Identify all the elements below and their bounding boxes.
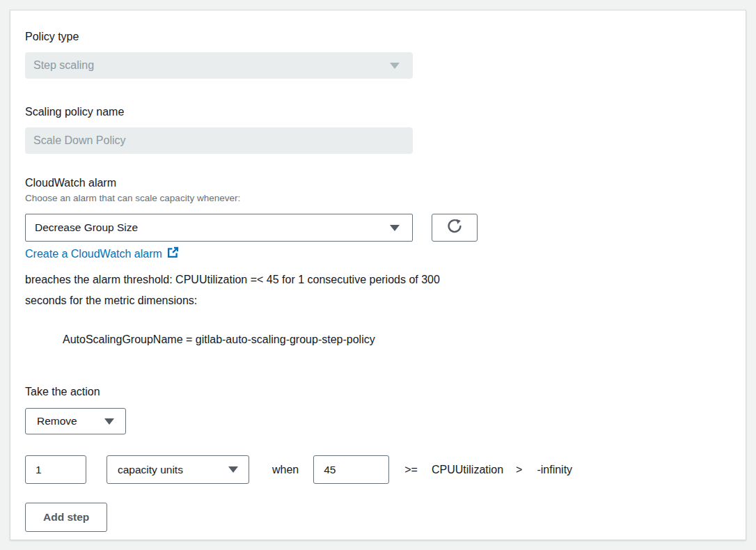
chevron-down-icon xyxy=(390,63,400,69)
chevron-down-icon xyxy=(228,466,238,473)
when-label: when xyxy=(272,464,299,476)
cloudwatch-alarm-label: CloudWatch alarm xyxy=(25,177,746,189)
chevron-down-icon xyxy=(390,225,400,231)
policy-type-label: Policy type xyxy=(25,31,746,43)
lower-bound-operator: > xyxy=(516,464,522,476)
policy-name-value: Scale Down Policy xyxy=(33,134,126,147)
policy-type-value: Step scaling xyxy=(33,59,94,72)
refresh-alarms-button[interactable] xyxy=(432,214,478,242)
alarm-dimension: AutoScalingGroupName = gitlab-auto-scali… xyxy=(63,333,746,346)
alarm-breach-description: breaches the alarm threshold: CPUUtiliza… xyxy=(25,269,746,311)
action-type-value: Remove xyxy=(37,415,77,427)
step-amount-input[interactable] xyxy=(25,455,86,484)
external-link-icon xyxy=(167,246,179,261)
step-threshold-input[interactable] xyxy=(313,455,389,484)
policy-name-input: Scale Down Policy xyxy=(25,127,413,154)
take-action-label: Take the action xyxy=(25,386,746,398)
alarm-select-value: Decrease Group Size xyxy=(35,221,138,234)
metric-name: CPUUtilization xyxy=(432,464,503,476)
chevron-down-icon xyxy=(104,418,114,425)
cloudwatch-alarm-hint: Choose an alarm that can scale capacity … xyxy=(25,193,746,203)
lower-bound-value: -infinity xyxy=(537,464,572,476)
alarm-select[interactable]: Decrease Group Size xyxy=(25,214,413,242)
scaling-step-row: capacity units when >= CPUUtilization > … xyxy=(25,455,746,484)
policy-name-label: Scaling policy name xyxy=(25,106,746,118)
alarm-breach-line1: breaches the alarm threshold: CPUUtiliza… xyxy=(25,269,746,290)
step-scaling-policy-panel: Policy type Step scaling Scaling policy … xyxy=(10,10,746,540)
policy-type-select: Step scaling xyxy=(25,52,413,79)
create-cloudwatch-alarm-link[interactable]: Create a CloudWatch alarm xyxy=(25,248,162,260)
step-unit-value: capacity units xyxy=(118,464,183,476)
refresh-icon xyxy=(446,218,463,237)
upper-bound-operator: >= xyxy=(404,464,418,476)
alarm-breach-line2: seconds for the metric dimensions: xyxy=(25,290,746,311)
add-step-button[interactable]: Add step xyxy=(25,503,107,532)
step-unit-select[interactable]: capacity units xyxy=(107,455,249,484)
action-type-select[interactable]: Remove xyxy=(25,408,126,434)
